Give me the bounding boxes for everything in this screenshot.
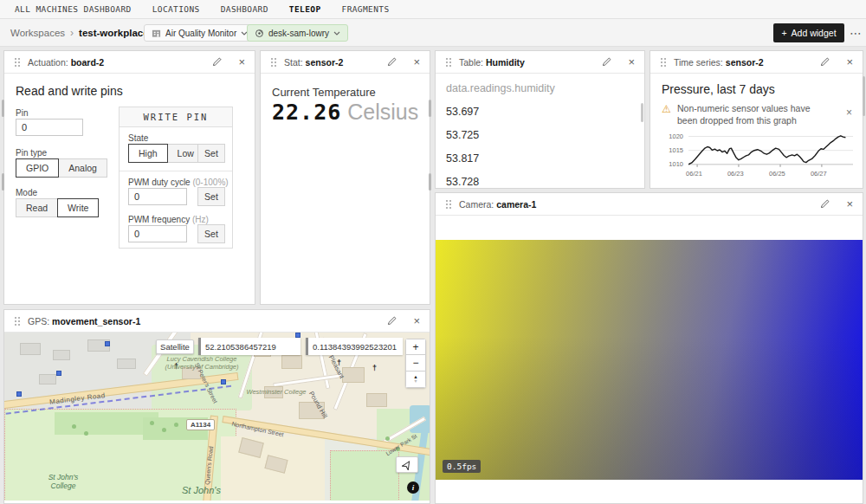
widget-title: Table:Humidity [459, 57, 525, 68]
map-marker [16, 391, 22, 397]
edit-widget-button[interactable] [601, 56, 612, 68]
widget-resize-handle[interactable] [2, 100, 4, 117]
map-tree [174, 423, 178, 427]
chevron-down-icon [333, 31, 340, 36]
drag-handle-icon[interactable] [445, 57, 452, 68]
map-building [117, 359, 136, 369]
widget-title: Time series:sensor-2 [674, 57, 764, 68]
map-attribution-info-button[interactable]: i [407, 481, 419, 494]
nav-fragments[interactable]: FRAGMENTS [342, 4, 390, 14]
close-widget-button[interactable]: × [238, 56, 245, 68]
workspace-icon [152, 29, 161, 38]
navigation-arrow-icon [402, 460, 412, 470]
state-high-button[interactable]: High [128, 144, 168, 163]
top-nav: ALL MACHINES DASHBOARD LOCATIONS DASHBOA… [0, 0, 866, 19]
add-widget-button[interactable]: + Add widget [773, 23, 844, 42]
locate-button[interactable] [396, 456, 418, 473]
pin-input[interactable] [16, 119, 83, 136]
nav-locations[interactable]: LOCATIONS [152, 4, 200, 14]
tilt-control-button[interactable]: ▲ ▼ [405, 372, 426, 388]
map-tree [150, 421, 154, 425]
drag-handle-icon[interactable] [14, 57, 21, 68]
drag-handle-icon[interactable] [660, 57, 667, 68]
zoom-out-button[interactable]: − [405, 355, 426, 372]
zoom-in-button[interactable]: + [405, 339, 426, 355]
map-building [366, 393, 387, 407]
close-widget-button[interactable]: × [413, 56, 420, 68]
drag-handle-icon[interactable] [270, 57, 277, 68]
edit-widget-button[interactable] [819, 56, 830, 68]
machine-selector[interactable]: desk-sam-lowry [247, 24, 348, 42]
map-canvas[interactable]: † † † † Lucy Cavendish College (Universi… [4, 333, 430, 501]
map-tree [72, 424, 76, 429]
pwm-duty-input[interactable] [128, 188, 187, 205]
drag-handle-icon[interactable] [14, 316, 21, 326]
close-widget-button[interactable]: × [846, 198, 853, 210]
widget-table: Table:Humidity × data.readings.humidity … [435, 50, 645, 189]
map-building [53, 350, 70, 360]
machine-selector-label: desk-sam-lowry [268, 29, 329, 38]
table-row: 53.728 [446, 176, 479, 188]
nav-all-machines-dashboard[interactable]: ALL MACHINES DASHBOARD [15, 4, 132, 14]
nav-dashboard[interactable]: DASHBOARD [221, 4, 268, 14]
workspace-selector[interactable]: Air Quality Monitor [144, 24, 255, 42]
widget-timeseries: Time series:sensor-2 × Pressure, last 7 … [650, 50, 863, 189]
set-pwm-duty-button[interactable]: Set [197, 187, 225, 206]
mode-label: Mode [16, 188, 37, 197]
map-marker [56, 371, 61, 376]
edit-widget-button[interactable] [211, 56, 223, 68]
close-widget-button[interactable]: × [846, 56, 853, 68]
church-icon: † [372, 364, 377, 372]
map-marker [221, 379, 226, 384]
more-options-button[interactable]: ⋯ [850, 26, 863, 40]
chart-title: Pressure, last 7 days [662, 82, 775, 96]
widget-title: Camera:camera-1 [459, 199, 536, 210]
breadcrumb-workspaces-link[interactable]: Workspaces [10, 28, 65, 38]
breadcrumb-separator-icon: › [70, 27, 74, 39]
widget-title: Stat:sensor-2 [284, 57, 343, 68]
stat-value: 22.26 [272, 100, 341, 125]
table-column-header: data.readings.humidity [446, 82, 555, 94]
pin-type-gpio-button[interactable]: GPIO [16, 158, 59, 178]
dismiss-warning-button[interactable]: × [846, 107, 852, 119]
edit-widget-button[interactable] [819, 198, 830, 210]
pwm-freq-input[interactable] [128, 225, 187, 242]
pwm-freq-label: PWM frequency (Hz) [128, 215, 209, 224]
satellite-toggle-button[interactable]: Satellite [156, 339, 194, 354]
breadcrumb: Workspaces › test-workplace [10, 27, 157, 39]
warning-icon: ⚠ [662, 103, 671, 115]
stat-unit: Celsius [347, 100, 418, 125]
machine-icon [255, 29, 264, 38]
tilt-down-icon: ▼ [413, 379, 417, 384]
panel-divider [120, 171, 232, 171]
set-pwm-freq-button[interactable]: Set [197, 224, 225, 243]
drag-handle-icon[interactable] [445, 199, 452, 210]
map-building [281, 355, 302, 369]
mode-write-button[interactable]: Write [57, 198, 99, 217]
edit-widget-button[interactable] [386, 315, 397, 326]
latitude-input[interactable] [198, 338, 301, 355]
set-state-button[interactable]: Set [197, 144, 225, 163]
table-scrollbar[interactable] [641, 103, 643, 122]
map-building [39, 374, 56, 384]
longitude-input[interactable] [306, 338, 403, 355]
nav-teleop[interactable]: TELEOP [289, 4, 321, 14]
widget-resize-handle[interactable] [2, 173, 4, 191]
map-tree [84, 431, 88, 436]
map-road-badge: A1134 [186, 419, 215, 430]
close-widget-button[interactable]: × [628, 56, 635, 68]
mode-read-button[interactable]: Read [16, 198, 58, 217]
map-label: St John's College [36, 473, 91, 490]
close-widget-button[interactable]: × [413, 315, 420, 326]
chart-y-axis: 102010151010 [661, 131, 683, 176]
page-scrollbar[interactable] [863, 76, 865, 116]
map-building [20, 343, 41, 355]
edit-widget-button[interactable] [386, 56, 397, 68]
widget-resize-handle[interactable] [429, 100, 431, 117]
mode-toggle: Read Write [16, 198, 99, 217]
pin-type-analog-button[interactable]: Analog [58, 158, 107, 178]
widget-resize-handle[interactable] [429, 173, 431, 191]
stat-label: Current Temperature [272, 86, 376, 99]
chart-x-axis: 06/2106/2306/2506/27 [688, 131, 853, 183]
map-label: St John's [182, 485, 221, 495]
